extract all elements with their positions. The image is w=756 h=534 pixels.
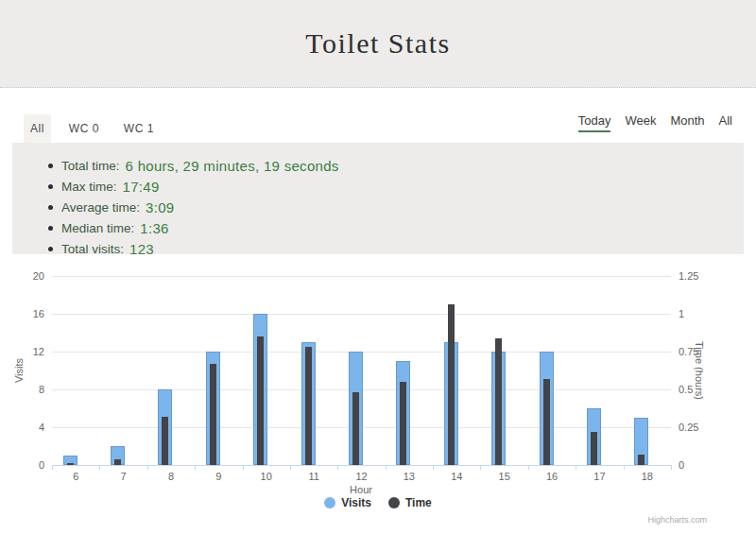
bar-time-7[interactable]: [114, 459, 121, 465]
y-axis-tick-left: 20: [0, 270, 44, 282]
bar-time-12[interactable]: [352, 392, 359, 465]
x-axis-tick: [195, 465, 196, 470]
bullet-icon: [48, 226, 53, 231]
x-axis-label: 13: [404, 471, 415, 482]
period-all[interactable]: All: [719, 113, 732, 132]
gridline: [52, 276, 671, 277]
bar-time-10[interactable]: [257, 336, 264, 465]
bar-time-11[interactable]: [305, 347, 312, 465]
stat-label: Median time:: [61, 221, 134, 235]
period-today[interactable]: Today: [578, 113, 611, 132]
y-axis-tick-left: 4: [0, 422, 44, 433]
bar-time-8[interactable]: [162, 417, 168, 465]
x-axis-tick: [147, 465, 148, 470]
bar-time-15[interactable]: [495, 338, 502, 465]
y-axis-tick-right: 0.25: [679, 422, 698, 433]
page-title: Toilet Stats: [305, 27, 450, 60]
x-axis-tick: [576, 465, 576, 470]
y-axis-tick-right: 0.75: [679, 346, 698, 357]
bullet-icon: [48, 184, 53, 189]
stat-label: Max time:: [61, 180, 117, 194]
gridline: [52, 314, 671, 315]
x-axis-tick: [243, 465, 244, 470]
y-axis-tick-right: 0: [679, 459, 684, 471]
stat-value: 17:49: [123, 179, 160, 195]
legend-item-time[interactable]: Time: [388, 496, 432, 509]
period-month[interactable]: Month: [670, 113, 704, 132]
x-axis-tick: [337, 465, 338, 470]
x-axis-label: 12: [355, 471, 367, 482]
x-axis-tick: [671, 465, 672, 470]
x-axis-tick: [433, 465, 434, 470]
x-axis-tick: [386, 465, 387, 470]
y-axis-tick-right: 0.5: [679, 384, 693, 395]
x-axis-label: 9: [215, 471, 221, 482]
visits-legend-marker-icon: [324, 497, 335, 508]
bar-time-18[interactable]: [638, 455, 644, 465]
chart-legend: Visits Time: [0, 496, 756, 509]
y-axis-tick-left: 8: [0, 384, 44, 395]
legend-label: Visits: [341, 496, 371, 509]
x-axis-title: Hour: [350, 484, 372, 495]
bar-time-9[interactable]: [210, 364, 216, 465]
bar-time-16[interactable]: [543, 379, 550, 465]
bar-time-13[interactable]: [400, 382, 406, 465]
stats-panel: Total time: 6 hours, 29 minutes, 19 seco…: [12, 143, 744, 254]
x-axis-label: 14: [451, 471, 462, 482]
stat-total-time: Total time: 6 hours, 29 minutes, 19 seco…: [48, 155, 744, 176]
x-axis-label: 17: [593, 471, 605, 482]
wc-tabs: All WC 0 WC 1: [24, 114, 172, 143]
tab-row: All WC 0 WC 1 Today Week Month All: [0, 88, 756, 143]
y-axis-tick-right: 1.25: [679, 270, 698, 282]
bullet-icon: [48, 205, 53, 210]
x-axis-tick: [528, 465, 529, 470]
bar-time-6[interactable]: [67, 463, 74, 465]
y-axis-tick-left: 16: [0, 308, 44, 319]
stat-label: Average time:: [61, 200, 140, 215]
stat-value: 1:36: [140, 220, 168, 236]
x-axis-label: 6: [73, 471, 78, 482]
legend-label: Time: [405, 496, 432, 509]
page-header: Toilet Stats: [0, 0, 756, 88]
chart-plot-area: [52, 276, 671, 465]
tab-wc-1[interactable]: WC 1: [117, 114, 161, 143]
y-axis-tick-left: 0: [0, 459, 44, 471]
x-axis-tick: [99, 465, 100, 470]
tab-wc-0[interactable]: WC 0: [62, 114, 106, 143]
stat-value: 3:09: [146, 199, 174, 215]
x-axis-label: 11: [308, 471, 318, 482]
x-axis-label: 8: [168, 471, 174, 482]
y-axis-tick-left: 12: [0, 346, 44, 357]
stat-average-time: Average time: 3:09: [48, 197, 744, 217]
highcharts-credit-link[interactable]: Highcharts.com: [647, 515, 707, 525]
bullet-icon: [48, 247, 53, 251]
tab-all[interactable]: All: [24, 114, 51, 143]
x-axis-line: [52, 465, 671, 466]
y-axis-tick-right: 1: [679, 308, 684, 319]
bullet-icon: [48, 164, 53, 168]
y-axis-title-left: Visits: [13, 358, 25, 383]
x-axis-label: 15: [499, 471, 510, 482]
stat-label: Total time:: [61, 159, 120, 173]
x-axis-tick: [52, 465, 53, 470]
x-axis-tick: [624, 465, 625, 470]
x-axis-label: 16: [546, 471, 558, 482]
stat-value: 6 hours, 29 minutes, 19 seconds: [126, 158, 339, 174]
stat-median-time: Median time: 1:36: [48, 217, 744, 238]
stat-max-time: Max time: 17:49: [48, 176, 744, 197]
x-axis-tick: [290, 465, 291, 470]
x-axis-label: 7: [121, 471, 127, 482]
period-selector: Today Week Month All: [578, 113, 732, 143]
chart: Visits Time (hours) Hour Visits Time Hig…: [0, 254, 756, 532]
time-legend-marker-icon: [388, 497, 400, 508]
bar-time-14[interactable]: [448, 304, 455, 465]
bar-time-17[interactable]: [591, 432, 597, 465]
x-axis-label: 18: [642, 471, 653, 482]
x-axis-tick: [480, 465, 481, 470]
legend-item-visits[interactable]: Visits: [324, 496, 371, 509]
x-axis-label: 10: [261, 471, 272, 482]
period-week[interactable]: Week: [625, 113, 656, 132]
